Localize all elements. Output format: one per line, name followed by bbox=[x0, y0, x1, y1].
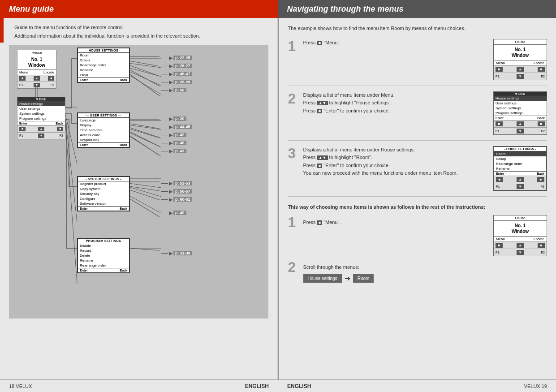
s1-btn-down[interactable]: ▼ bbox=[517, 74, 524, 79]
s2-btn1[interactable]: ■ bbox=[496, 121, 503, 126]
s3-room: Room bbox=[494, 151, 546, 156]
s3-btn1[interactable]: ■ bbox=[496, 177, 503, 182]
s2-p2: P2 bbox=[541, 129, 545, 133]
mw-item-program: Program settings bbox=[17, 116, 65, 121]
step-3: 3 Displays a list of menu items under Ho… bbox=[288, 146, 547, 197]
s1b-btn1[interactable]: ■ bbox=[496, 243, 503, 248]
hs-ref-clear-badge: p. 50 bbox=[173, 88, 186, 92]
sys-copy: Copy system bbox=[78, 186, 129, 191]
s2-back: Back bbox=[537, 116, 545, 120]
svg-line-8 bbox=[129, 71, 161, 86]
mw-item-system: System settings bbox=[17, 111, 65, 116]
hs-ref-group: ▶ p. 26-27 bbox=[161, 63, 192, 69]
step3-line1: Displays a list of menu items under Hous… bbox=[303, 146, 487, 154]
svg-line-14 bbox=[129, 136, 161, 156]
s2-btn-up[interactable]: ▲ bbox=[517, 121, 524, 126]
ps-enter: Enter bbox=[80, 269, 88, 272]
bc-house: House settings bbox=[303, 274, 342, 283]
s2-user: User settings bbox=[494, 101, 547, 106]
s1b-btns: ■ ▲ ■ bbox=[494, 241, 547, 249]
s1-center: No. 1Window bbox=[494, 45, 547, 60]
ps-enable: Enable bbox=[78, 243, 129, 248]
ps-rearrange: Rearrange order bbox=[78, 263, 129, 268]
intro-line2: Additional information about the individ… bbox=[14, 32, 268, 40]
step1-content: Press ■ "Menu". bbox=[303, 39, 487, 80]
s2-btn2[interactable]: ■ bbox=[538, 121, 545, 126]
svg-line-25 bbox=[130, 74, 159, 96]
s1-btns: ■ ▲ ■ bbox=[494, 65, 547, 73]
step1-text: Press ■ "Menu". bbox=[303, 39, 487, 47]
s3-footer: Enter Back bbox=[494, 171, 546, 176]
hw-locate: Locate bbox=[43, 70, 54, 74]
step2-line2: Press ▲▼ to highlight "House settings". bbox=[303, 99, 487, 107]
right-page-num: VELUX 19 bbox=[524, 383, 547, 389]
svg-line-7 bbox=[129, 68, 161, 77]
s1b-menu: Menu bbox=[496, 237, 505, 241]
svg-line-11 bbox=[129, 125, 161, 129]
hw-buttons2: P1 ▼ P2 bbox=[17, 82, 56, 88]
step2b-content: Scroll through the menus: House settings… bbox=[303, 260, 547, 284]
mw-item-user: User settings bbox=[17, 106, 65, 111]
sys-page-refs: ▶ p. 52-53 ▶ p. 56-57 ▶ p. 60-61 bbox=[161, 181, 192, 216]
hw-btn-down[interactable]: ▼ bbox=[34, 83, 40, 87]
svg-line-30 bbox=[130, 136, 159, 155]
svg-line-18 bbox=[129, 195, 161, 213]
s1-p1: P1 bbox=[496, 75, 500, 78]
s1b-btn-up[interactable]: ▲ bbox=[517, 243, 524, 248]
hs-header: - HOUSE SETTINGS - bbox=[78, 48, 129, 53]
step3-device: - HOUSE SETTINGS - Room Group Rearrange … bbox=[493, 146, 547, 191]
us-display: Display bbox=[78, 123, 129, 128]
s2-enter: Enter bbox=[496, 116, 504, 120]
step-2b: 2 Scroll through the menus: House settin… bbox=[288, 260, 547, 284]
sys-security: Security key bbox=[78, 191, 129, 196]
s1b-btn2[interactable]: ■ bbox=[538, 243, 545, 248]
s2-btn-down[interactable]: ▼ bbox=[517, 129, 524, 134]
s2-system: System settings bbox=[494, 106, 547, 111]
step1-number: 1 bbox=[288, 39, 298, 80]
s1-menu: Menu bbox=[496, 61, 505, 65]
house-settings-box: - HOUSE SETTINGS - Room Group Rearrange … bbox=[77, 47, 130, 83]
mw-btn2[interactable]: ■ bbox=[57, 127, 63, 131]
svg-line-35 bbox=[130, 248, 159, 250]
ps-delete: Delete bbox=[78, 253, 129, 258]
s3-btn-down[interactable]: ▼ bbox=[517, 184, 524, 189]
left-lang: ENGLISH bbox=[245, 383, 269, 389]
sys-software: Software version bbox=[78, 201, 129, 206]
hw-btn1[interactable]: ■ bbox=[19, 76, 26, 81]
s3-rearrange: Rearrange order bbox=[494, 161, 546, 166]
hs-ref-rearrange: ▶ p. 46-47 bbox=[161, 71, 192, 77]
hs-ref-room-badge: p. 22-25 bbox=[173, 56, 192, 60]
left-header: Menu guide bbox=[0, 0, 278, 18]
sys-ref-register: ▶ p. 52-53 bbox=[161, 181, 192, 186]
sys-back: Back bbox=[120, 207, 127, 210]
hw-btn2[interactable]: ■ bbox=[48, 76, 54, 81]
user-settings-box: — USER SETTINGS — Language Display Time … bbox=[77, 112, 130, 148]
hs-ref-rename: ▶ p. 28-29 bbox=[161, 79, 192, 85]
mw-btn1[interactable]: ■ bbox=[19, 127, 26, 131]
mw-enter: Enter bbox=[19, 122, 27, 125]
s3-p2: P2 bbox=[540, 185, 544, 188]
hs-ref-clear: ▶ p. 50 bbox=[161, 87, 192, 93]
s1b-center: No. 1Window bbox=[494, 221, 547, 236]
s2-btns: ■ ▲ ■ bbox=[494, 120, 547, 127]
s1-btn1[interactable]: ■ bbox=[496, 67, 503, 72]
us-back: Back bbox=[120, 143, 127, 146]
s1b-p1: P1 bbox=[496, 251, 500, 254]
step-1b: 1 Press ■ "Menu". House No. 1Window Menu… bbox=[288, 215, 547, 256]
sys-ref-software: ▶ p. 49 bbox=[161, 210, 192, 216]
sys-ref-copy: ▶ p. 56-57 bbox=[161, 189, 192, 194]
s1b-btn-down[interactable]: ▼ bbox=[517, 250, 524, 255]
s1-btn2[interactable]: ■ bbox=[538, 67, 545, 72]
s3-btn-up[interactable]: ▲ bbox=[517, 177, 524, 182]
hs-ref-group-badge: p. 26-27 bbox=[173, 64, 192, 68]
s1-btn-up[interactable]: ▲ bbox=[517, 67, 524, 72]
bottom-left: 18 VELUX ENGLISH bbox=[0, 380, 278, 392]
step-1: 1 Press ■ "Menu". House No. 1Window Menu… bbox=[288, 39, 547, 86]
s1-title: House bbox=[494, 39, 547, 45]
hs-ref-rearrange-badge: p. 46-47 bbox=[173, 72, 192, 76]
s3-btn2[interactable]: ■ bbox=[537, 177, 544, 182]
hw-btn-up[interactable]: ▲ bbox=[34, 76, 40, 81]
mw-btn-up[interactable]: ▲ bbox=[38, 127, 44, 131]
left-panel: Guide to the menu functions of the remot… bbox=[0, 18, 278, 379]
mw-btn-down[interactable]: ▼ bbox=[38, 134, 44, 138]
